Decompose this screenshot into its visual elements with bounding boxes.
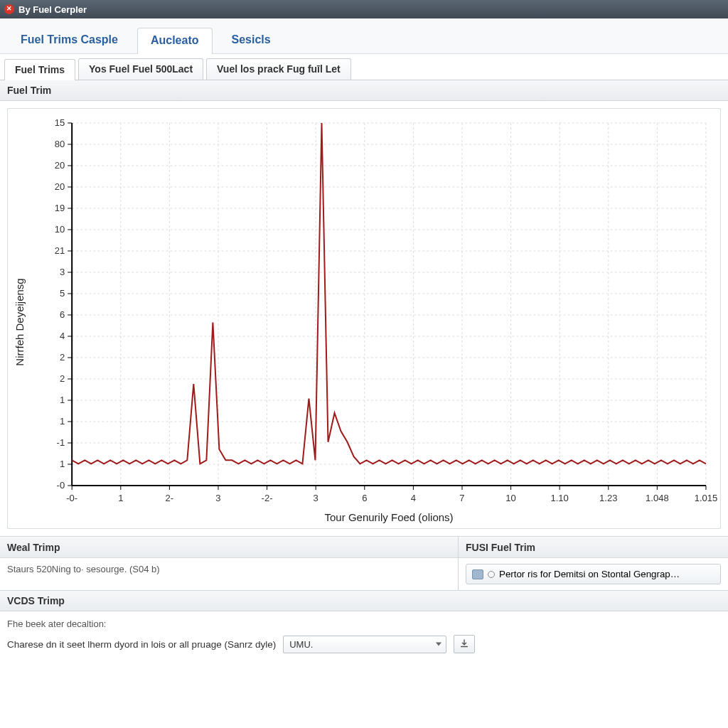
y-tick-labels: 1580202019102135642211-11-0 [55, 117, 73, 491]
svg-text:15: 15 [55, 117, 65, 128]
vcds-body: Fhe beek ater decaltion: Charese dn it s… [0, 611, 728, 662]
x-axis-title: Tour Genurily Foed (olions) [325, 511, 454, 523]
svg-text:1: 1 [60, 459, 65, 469]
panel-title: FUSI Fuel Trim [466, 542, 535, 553]
svg-text:3: 3 [314, 493, 318, 503]
chart-container: 1580202019102135642211-11-0 -0-12-3-2-36… [7, 108, 721, 529]
svg-text:4: 4 [411, 493, 416, 503]
grid-horizontal [72, 123, 706, 486]
svg-text:1: 1 [60, 416, 65, 427]
section-title: Fuel Trim [7, 85, 51, 96]
tab-label: Fuel Trims Casple [21, 33, 118, 46]
svg-text:-0: -0 [57, 480, 65, 491]
secondary-tab-bar: Fuel Trims Yos Fuel Fuel 500Lact Vuel lo… [0, 54, 728, 80]
download-icon [459, 639, 469, 649]
chevron-down-icon [436, 643, 441, 646]
panel-body-left: Staurs 520Ning to· sesourge. (S04 b) [0, 558, 458, 580]
vcds-subtitle: Fhe beek ater decaltion: [7, 619, 721, 629]
vcds-select-label: Charese dn it seet lherm dyord in lois o… [7, 639, 276, 650]
svg-text:3: 3 [215, 493, 220, 503]
panel-header-left: Weal Trimp [0, 537, 458, 558]
vcds-select[interactable]: UMU. [283, 636, 446, 653]
svg-text:4: 4 [60, 331, 65, 341]
fuel-trim-chart: 1580202019102135642211-11-0 -0-12-3-2-36… [8, 109, 720, 528]
select-value: UMU. [289, 639, 313, 650]
svg-text:20: 20 [55, 160, 65, 171]
bottom-panels-row: Weal Trimp Staurs 520Ning to· sesourge. … [0, 536, 728, 590]
section-header-fuel-trim: Fuel Trim [0, 80, 728, 101]
tab-sesicls[interactable]: Sesicls [218, 27, 284, 53]
tab-fuel-trims-casple[interactable]: Fuel Trims Casple [7, 27, 132, 53]
svg-text:2-: 2- [166, 493, 174, 503]
svg-text:20: 20 [55, 181, 65, 192]
grid-vertical [72, 123, 706, 486]
svg-text:80: 80 [55, 139, 65, 149]
svg-text:10: 10 [505, 493, 515, 503]
primary-tab-bar: Fuel Trims Casple Aucleato Sesicls [0, 18, 728, 54]
radio-icon [488, 571, 495, 578]
svg-text:21: 21 [55, 245, 65, 256]
window-title: By Fuel Cerpler [18, 4, 87, 15]
svg-text:6: 6 [362, 493, 367, 503]
svg-text:-0-: -0- [66, 493, 77, 503]
svg-text:-1: -1 [57, 437, 65, 448]
panel-header-right: FUSI Fuel Trim [459, 537, 728, 558]
svg-text:19: 19 [55, 203, 65, 213]
svg-text:1.048: 1.048 [646, 493, 669, 503]
download-button[interactable] [454, 635, 475, 653]
x-tick-labels: -0-12-3-2-3647101.101.231.0481.015 [66, 486, 717, 503]
document-icon [472, 569, 483, 579]
tab-aucleato[interactable]: Aucleato [137, 28, 213, 54]
y-axis-title: Nirrfeh Deyeijensg [14, 278, 26, 365]
app-icon: ✕ [4, 4, 14, 14]
panel-title: VCDS Trimp [7, 595, 65, 606]
vcds-label-text: Charese dn it seet lherm dyord in lois o… [7, 639, 276, 650]
button-label: Pertor ris for Demitsi on Stontal Gengra… [499, 569, 680, 579]
svg-text:1.015: 1.015 [695, 493, 718, 503]
panel-text: Staurs 520Ning to· sesourge. (S04 b) [7, 564, 160, 574]
panel-weal-trimp: Weal Trimp Staurs 520Ning to· sesourge. … [0, 537, 458, 590]
subtab-yos-fuel[interactable]: Yos Fuel Fuel 500Lact [78, 58, 203, 80]
svg-text:-2-: -2- [262, 493, 273, 503]
svg-text:7: 7 [459, 493, 464, 503]
svg-text:2: 2 [60, 352, 65, 363]
svg-text:2: 2 [60, 373, 65, 384]
subtab-label: Vuel los prack Fug fuīl Let [217, 63, 341, 75]
panel-title: Weal Trimp [7, 542, 60, 553]
pertor-button[interactable]: Pertor ris for Demitsi on Stontal Gengra… [466, 564, 721, 584]
svg-text:6: 6 [60, 309, 65, 320]
svg-text:1: 1 [60, 395, 65, 405]
tab-label: Sesicls [232, 33, 271, 46]
panel-header-vcds: VCDS Trimp [0, 590, 728, 611]
svg-text:1.10: 1.10 [550, 493, 568, 503]
subtab-vuel-los[interactable]: Vuel los prack Fug fuīl Let [206, 58, 351, 80]
svg-text:1: 1 [118, 493, 123, 503]
svg-text:5: 5 [60, 288, 65, 299]
window-titlebar: ✕ By Fuel Cerpler [0, 0, 728, 18]
svg-text:3: 3 [60, 267, 65, 277]
panel-fusi-fuel-trim: FUSI Fuel Trim Pertor ris for Demitsi on… [458, 537, 728, 590]
subtab-fuel-trims[interactable]: Fuel Trims [4, 59, 75, 80]
svg-text:10: 10 [55, 224, 65, 235]
subtab-label: Yos Fuel Fuel 500Lact [89, 63, 193, 75]
vcds-subtitle-text: Fhe beek ater decaltion: [7, 619, 106, 629]
tab-label: Aucleato [151, 34, 199, 46]
svg-text:1.23: 1.23 [599, 493, 617, 503]
subtab-label: Fuel Trims [15, 64, 65, 75]
